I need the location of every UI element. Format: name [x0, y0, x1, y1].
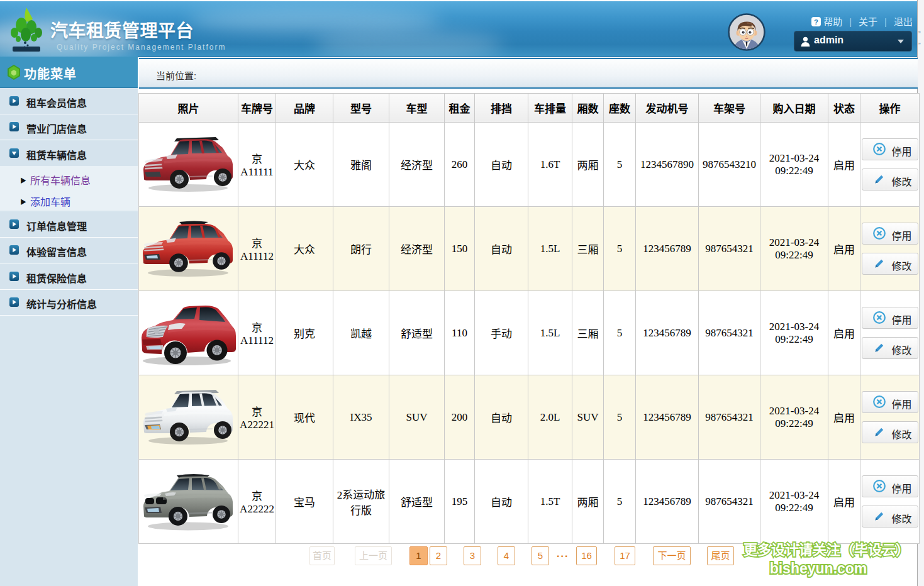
svg-text:bisheyun.com: bisheyun.com [770, 560, 867, 577]
svg-text:更多设计请关注（毕设云）: 更多设计请关注（毕设云） [743, 542, 910, 558]
svg-text:?: ? [814, 18, 818, 26]
